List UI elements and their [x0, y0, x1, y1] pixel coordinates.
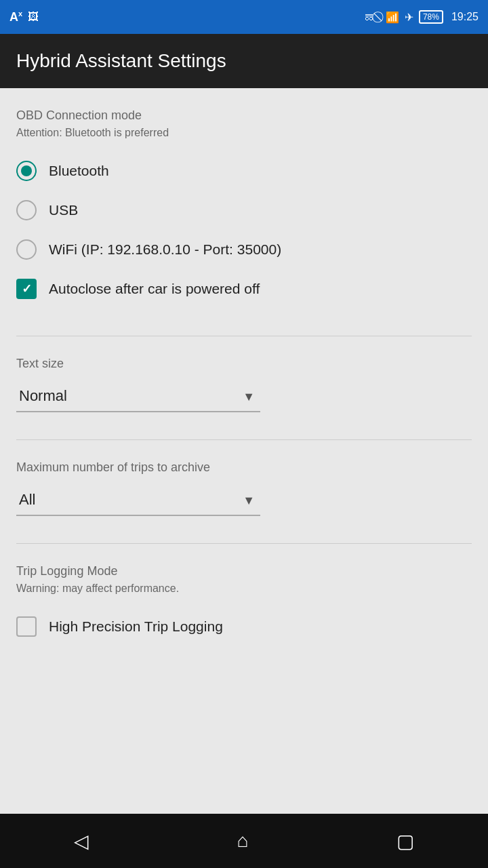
radio-wifi[interactable]: WiFi (IP: 192.168.0.10 - Port: 35000)	[16, 230, 472, 269]
obd-radio-group: Bluetooth USB WiFi (IP: 192.168.0.10 - P…	[16, 151, 472, 269]
radio-circle-wifi	[16, 239, 37, 260]
trip-logging-warning: Warning: may affect performance.	[16, 583, 472, 595]
text-size-section: Text size Small Normal Large Extra Large…	[16, 357, 472, 412]
autoclose-checkbox-box: ✓	[16, 279, 37, 299]
obd-section: OBD Connection mode Attention: Bluetooth…	[16, 108, 472, 309]
auto-brightness-icon: Ax	[9, 9, 22, 24]
content: OBD Connection mode Attention: Bluetooth…	[0, 88, 488, 814]
trips-dropdown[interactable]: 10 25 50 100 All	[16, 484, 260, 516]
radio-label-wifi: WiFi (IP: 192.168.0.10 - Port: 35000)	[49, 241, 281, 258]
divider-2	[16, 439, 472, 440]
text-size-dropdown-wrapper: Small Normal Large Extra Large ▼	[16, 380, 260, 412]
text-size-label: Text size	[16, 357, 472, 371]
autoclose-checkbox[interactable]: ✓ Autoclose after car is powered off	[16, 269, 472, 309]
trip-logging-section: Trip Logging Mode Warning: may affect pe…	[16, 564, 472, 646]
wifi-icon: 📶	[386, 11, 399, 24]
status-bar-left: Ax 🖼	[9, 9, 39, 24]
trips-section: Maximum number of trips to archive 10 25…	[16, 460, 472, 516]
radio-circle-bluetooth	[16, 161, 37, 181]
nav-back-button[interactable]: ◁	[54, 823, 109, 859]
high-precision-label: High Precision Trip Logging	[49, 618, 223, 635]
battery-icon: 78%	[419, 10, 443, 24]
radio-usb[interactable]: USB	[16, 191, 472, 230]
radio-circle-usb	[16, 200, 37, 220]
radio-label-usb: USB	[49, 202, 78, 218]
divider-1	[16, 336, 472, 336]
bluetooth-icon: ⯹	[364, 11, 375, 23]
radio-bluetooth[interactable]: Bluetooth	[16, 151, 472, 191]
trips-label: Maximum number of trips to archive	[16, 460, 472, 475]
nav-bar: ◁ ⌂ ▢	[0, 814, 488, 868]
high-precision-checkbox-box	[16, 616, 37, 637]
divider-3	[16, 543, 472, 544]
app-header: Hybrid Assistant Settings	[0, 34, 488, 88]
airplane-icon: ✈	[405, 11, 413, 24]
status-time: 19:25	[451, 11, 479, 23]
trip-logging-label: Trip Logging Mode	[16, 564, 472, 578]
status-bar: Ax 🖼 ⯹ ⃠ 📶 ✈ 78% 19:25	[0, 0, 488, 34]
nav-recents-button[interactable]: ▢	[376, 823, 434, 859]
autoclose-checkmark: ✓	[22, 283, 32, 295]
nav-home-button[interactable]: ⌂	[217, 823, 269, 859]
radio-inner-bluetooth	[21, 165, 32, 176]
obd-section-label: OBD Connection mode	[16, 108, 472, 123]
autoclose-label: Autoclose after car is powered off	[49, 281, 260, 297]
high-precision-checkbox[interactable]: High Precision Trip Logging	[16, 607, 472, 646]
app-title: Hybrid Assistant Settings	[16, 50, 226, 72]
obd-section-sublabel: Attention: Bluetooth is preferred	[16, 127, 472, 139]
status-bar-right: ⯹ ⃠ 📶 ✈ 78% 19:25	[364, 10, 479, 24]
radio-label-bluetooth: Bluetooth	[49, 163, 109, 179]
trips-dropdown-wrapper: 10 25 50 100 All ▼	[16, 484, 260, 516]
image-icon: 🖼	[28, 11, 39, 23]
text-size-dropdown[interactable]: Small Normal Large Extra Large	[16, 380, 260, 412]
